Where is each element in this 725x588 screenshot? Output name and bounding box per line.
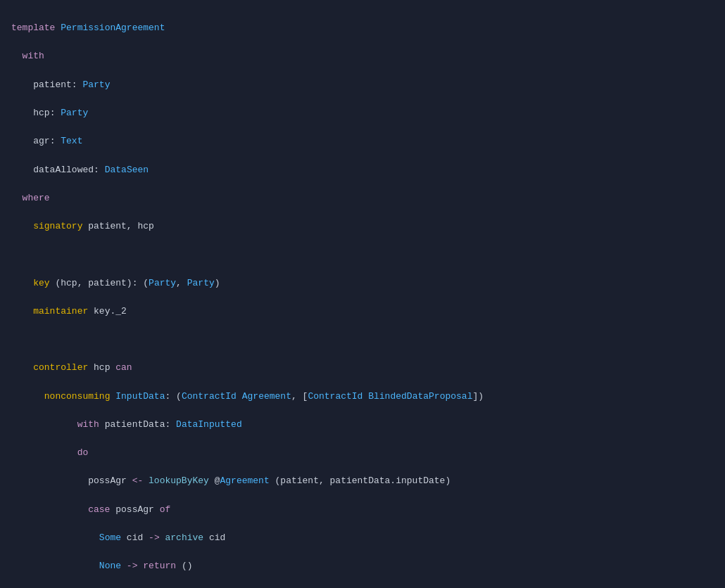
code-line-13: controller hcp can (0, 361, 725, 375)
code-line-12 (0, 333, 725, 347)
code-line-9 (0, 248, 725, 262)
code-line-5: agr: Text (0, 134, 725, 148)
code-line-7: where (0, 191, 725, 205)
code-line-4: hcp: Party (0, 106, 725, 120)
code-line-8: signatory patient, hcp (0, 219, 725, 234)
code-line-1: template PermissionAgreement (0, 21, 725, 35)
code-line-6: dataAllowed: DataSeen (0, 163, 725, 177)
code-editor: template PermissionAgreement with patien… (0, 0, 725, 588)
code-line-16: do (0, 446, 725, 460)
code-line-3: patient: Party (0, 78, 725, 92)
code-line-11: maintainer key._2 (0, 305, 725, 319)
code-line-18: case possAgr of (0, 503, 725, 517)
code-line-2: with (0, 49, 725, 63)
code-line-17: possAgr <- lookupByKey @Agreement (patie… (0, 474, 725, 488)
code-line-19: Some cid -> archive cid (0, 531, 725, 545)
code-line-14: nonconsuming InputData: (ContractId Agre… (0, 390, 725, 404)
code-line-20: None -> return () (0, 559, 725, 573)
code-line-10: key (hcp, patient): (Party, Party) (0, 276, 725, 290)
code-line-15: with patientData: DataInputted (0, 418, 725, 432)
